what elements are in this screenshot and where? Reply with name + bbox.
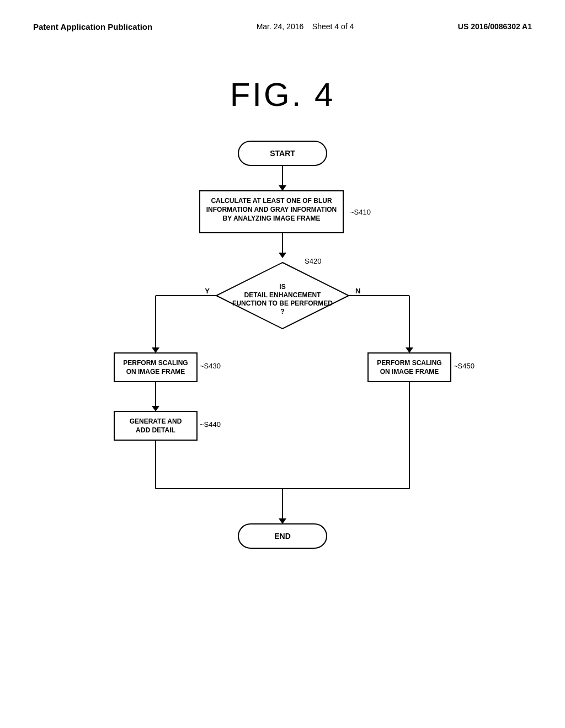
flowchart-diagram: START CALCULATE AT LEAST ONE OF BLUR INF… (89, 136, 476, 588)
page-header: Patent Application Publication Mar. 24, … (0, 0, 565, 42)
svg-text:FUNCTION TO BE PERFORMED: FUNCTION TO BE PERFORMED (232, 299, 333, 307)
header-left: Patent Application Publication (33, 22, 152, 31)
header-center: Mar. 24, 2016 Sheet 4 of 4 (257, 22, 354, 31)
svg-text:PERFORM SCALING: PERFORM SCALING (123, 359, 188, 367)
svg-marker-34 (406, 347, 413, 353)
svg-text:~S440: ~S440 (200, 420, 221, 429)
svg-marker-44 (279, 518, 286, 524)
figure-title: FIG. 4 (0, 76, 565, 114)
svg-text:IS: IS (279, 283, 285, 291)
svg-text:END: END (274, 532, 291, 540)
svg-text:DETAIL ENHANCEMENT: DETAIL ENHANCEMENT (244, 291, 322, 299)
svg-marker-3 (279, 185, 286, 191)
svg-text:ON IMAGE FRAME: ON IMAGE FRAME (126, 368, 185, 376)
svg-text:INFORMATION AND GRAY INFORMATI: INFORMATION AND GRAY INFORMATION (206, 206, 337, 213)
svg-marker-10 (279, 253, 286, 258)
svg-text:Y: Y (205, 287, 210, 295)
svg-text:BY ANALYZING IMAGE FRAME: BY ANALYZING IMAGE FRAME (223, 215, 321, 222)
svg-text:~S430: ~S430 (200, 362, 221, 370)
svg-text:N: N (355, 287, 360, 295)
svg-text:~S410: ~S410 (350, 208, 371, 216)
svg-text:~S450: ~S450 (454, 362, 475, 370)
svg-text:S420: S420 (305, 257, 321, 265)
svg-text:CALCULATE AT LEAST ONE OF BLUR: CALCULATE AT LEAST ONE OF BLUR (211, 197, 332, 205)
svg-rect-28 (114, 411, 197, 440)
svg-text:ADD DETAIL: ADD DETAIL (136, 426, 175, 434)
header-right: US 2016/0086302 A1 (458, 22, 532, 31)
svg-marker-21 (152, 347, 159, 353)
svg-marker-27 (152, 406, 159, 411)
svg-text:ON IMAGE FRAME: ON IMAGE FRAME (380, 368, 439, 376)
svg-rect-22 (114, 353, 197, 382)
svg-text:PERFORM SCALING: PERFORM SCALING (377, 359, 441, 367)
svg-text:GENERATE AND: GENERATE AND (130, 417, 182, 425)
svg-rect-35 (368, 353, 451, 382)
svg-text:START: START (270, 149, 295, 158)
svg-text:?: ? (280, 308, 284, 315)
